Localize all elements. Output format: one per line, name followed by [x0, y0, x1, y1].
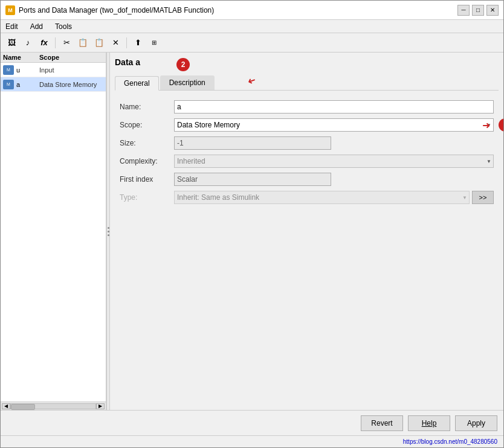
list-item[interactable]: M a Data Store Memory — [1, 77, 106, 92]
resize-dot — [108, 231, 109, 232]
toolbar-btn-2[interactable]: ♪ — [21, 36, 35, 50]
tab-description[interactable]: Description — [160, 75, 215, 90]
row-icon-a: M — [3, 80, 14, 89]
first-index-label: First index — [120, 175, 174, 184]
toolbar-btn-cut[interactable]: ✂ — [59, 36, 74, 50]
type-row: Type: Inherit: Same as Simulink double s… — [120, 191, 494, 204]
first-index-row: First index — [120, 173, 494, 186]
row-name-a: a — [16, 81, 39, 88]
name-input[interactable] — [174, 100, 494, 114]
bottom-bar: Revert Help Apply — [1, 410, 503, 435]
col-name: Name — [3, 54, 39, 61]
col-scope: Scope — [39, 54, 103, 61]
complexity-select-wrapper: Inherited real complex ▼ — [174, 155, 494, 168]
scope-select-wrapper: Data Store Memory Input Output Local Par… — [174, 118, 494, 132]
size-label: Size: — [120, 139, 174, 147]
scroll-thumb[interactable] — [11, 404, 35, 410]
title-bar: M Ports and Data Manager (two_dof_model/… — [1, 1, 503, 20]
complexity-row: Complexity: Inherited real complex ▼ — [120, 155, 494, 168]
type-select[interactable]: Inherit: Same as Simulink double single … — [174, 191, 470, 204]
status-url: https://blog.csdn.net/m0_48280560 — [403, 438, 497, 445]
app-icon: M — [5, 5, 15, 15]
bottom-buttons: Revert Help Apply — [361, 415, 497, 431]
annotation-2: 2 — [176, 58, 190, 71]
name-row: Name: — [120, 100, 494, 114]
toolbar-btn-delete[interactable]: ✕ — [108, 36, 123, 50]
type-expand-button[interactable]: >> — [472, 191, 494, 204]
left-panel: Name Scope M u Input M a Data Store Memo… — [1, 53, 106, 410]
help-button[interactable]: Help — [408, 415, 450, 431]
scope-select[interactable]: Data Store Memory Input Output Local Par… — [174, 118, 494, 132]
close-button[interactable]: ✕ — [486, 5, 499, 16]
scope-row: Scope: Data Store Memory Input Output Lo… — [120, 118, 494, 132]
complexity-select[interactable]: Inherited real complex — [174, 155, 494, 168]
scope-label: Scope: — [120, 121, 174, 129]
resize-dot — [108, 234, 109, 236]
size-row: Size: — [120, 136, 494, 150]
status-bar: https://blog.csdn.net/m0_48280560 — [1, 435, 503, 447]
size-input[interactable] — [174, 136, 331, 150]
right-panel: Data a 2 ➜ General Description Name: — [110, 53, 503, 410]
row-name-u: u — [16, 66, 39, 74]
maximize-button[interactable]: □ — [472, 5, 484, 16]
row-scope-a: Data Store Memory — [39, 81, 103, 88]
tab-bar: General Description — [115, 75, 499, 91]
toolbar-btn-paste[interactable]: 📋 — [92, 36, 106, 50]
list-header: Name Scope — [1, 53, 106, 63]
scroll-left-arrow[interactable]: ◀ — [2, 403, 10, 409]
apply-button[interactable]: Apply — [455, 415, 497, 431]
toolbar-sep-1 — [55, 37, 56, 48]
toolbar-btn-up[interactable]: ⬆ — [131, 36, 145, 50]
panel-title: Data a — [115, 57, 140, 67]
horizontal-scrollbar[interactable]: ◀ ▶ — [1, 402, 106, 410]
title-bar-left: M Ports and Data Manager (two_dof_model/… — [5, 5, 214, 15]
resize-dot — [108, 227, 109, 229]
row-scope-u: Input — [39, 66, 103, 74]
name-label: Name: — [120, 103, 174, 111]
list-item[interactable]: M u Input — [1, 63, 106, 77]
tab-general[interactable]: General — [115, 76, 159, 91]
scroll-track[interactable] — [10, 403, 96, 409]
list-body: M u Input M a Data Store Memory — [1, 63, 106, 402]
form-area: Name: Scope: Data Store Memory Input Out… — [115, 97, 499, 405]
menu-edit[interactable]: Edit — [3, 22, 21, 31]
toolbar: 🖼 ♪ fx ✂ 📋 📋 ✕ ⬆ ⊞ — [1, 33, 503, 53]
toolbar-btn-grid[interactable]: ⊞ — [147, 36, 161, 50]
window-title: Ports and Data Manager (two_dof_model/MA… — [19, 6, 214, 14]
type-label: Type: — [120, 193, 174, 202]
toolbar-btn-1[interactable]: 🖼 — [4, 36, 19, 50]
scroll-right-arrow[interactable]: ▶ — [96, 403, 105, 409]
row-icon-u: M — [3, 65, 14, 75]
main-window: M Ports and Data Manager (two_dof_model/… — [0, 0, 504, 448]
minimize-button[interactable]: ─ — [457, 5, 470, 16]
main-content: Name Scope M u Input M a Data Store Memo… — [1, 53, 503, 410]
complexity-label: Complexity: — [120, 157, 174, 165]
toolbar-btn-copy[interactable]: 📋 — [76, 36, 90, 50]
revert-button[interactable]: Revert — [361, 415, 403, 431]
menu-bar: Edit Add Tools — [1, 20, 503, 33]
annotation-arrow-3: ➜ — [482, 120, 490, 131]
menu-tools[interactable]: Tools — [53, 22, 74, 31]
type-select-wrapper: Inherit: Same as Simulink double single … — [174, 191, 470, 204]
window-controls: ─ □ ✕ — [457, 5, 499, 16]
toolbar-btn-fx[interactable]: fx — [37, 36, 51, 50]
annotation-3: 3 — [499, 118, 503, 132]
toolbar-sep-2 — [126, 37, 127, 48]
first-index-input[interactable] — [174, 173, 331, 186]
menu-add[interactable]: Add — [28, 22, 45, 31]
